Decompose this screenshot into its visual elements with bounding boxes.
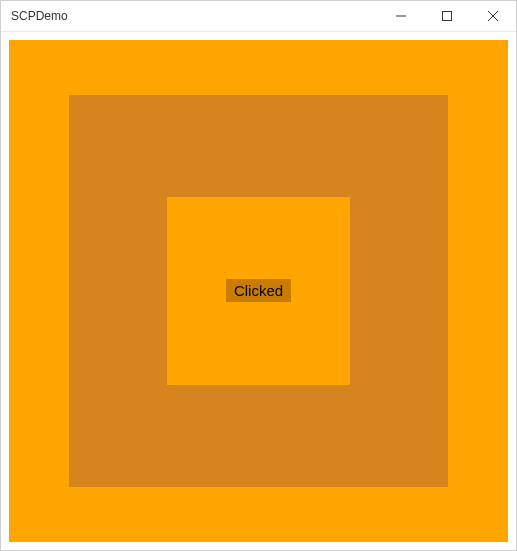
close-icon [488, 11, 498, 21]
client-area: Clicked [1, 32, 516, 550]
minimize-icon [396, 11, 406, 21]
app-window: SCPDemo Clicked [0, 0, 517, 551]
svg-rect-1 [443, 12, 452, 21]
titlebar: SCPDemo [1, 1, 516, 32]
middle-panel: Clicked [69, 95, 448, 487]
outer-panel: Clicked [9, 40, 508, 542]
minimize-button[interactable] [378, 1, 424, 31]
window-title: SCPDemo [1, 9, 68, 23]
close-button[interactable] [470, 1, 516, 31]
maximize-icon [442, 11, 452, 21]
maximize-button[interactable] [424, 1, 470, 31]
inner-panel: Clicked [167, 197, 349, 385]
window-controls [378, 1, 516, 31]
clicked-button[interactable]: Clicked [226, 279, 291, 302]
